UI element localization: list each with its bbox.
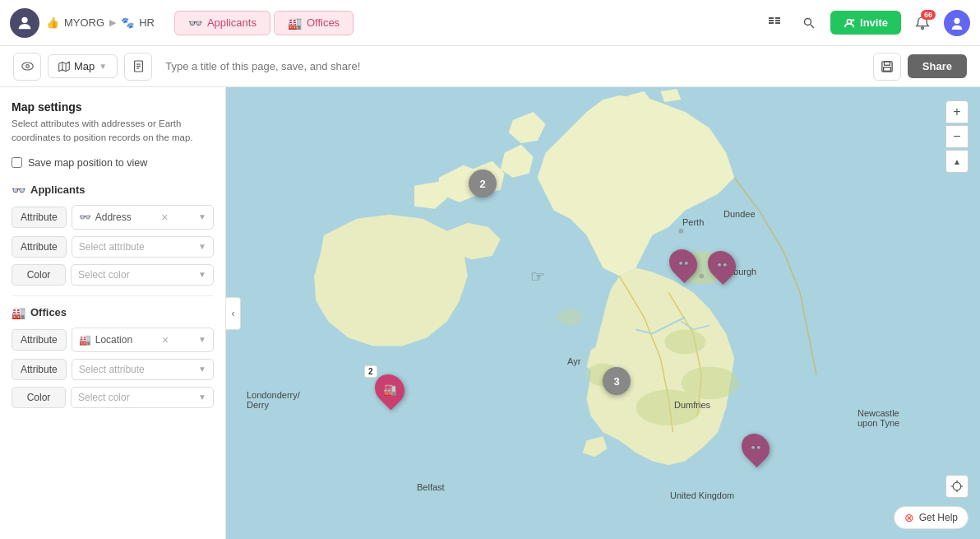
applicants-attr2-select[interactable]: Select attribute ▼ bbox=[72, 236, 214, 258]
svg-point-15 bbox=[25, 65, 29, 68]
cluster-marker-2[interactable]: 2 bbox=[469, 170, 497, 197]
applicants-color-placeholder: Select color bbox=[78, 269, 130, 281]
offices-attr1-chevron: ▼ bbox=[198, 335, 206, 344]
share-button[interactable]: Share bbox=[908, 54, 967, 78]
applicants-section-icon: 👓 bbox=[12, 184, 25, 197]
svg-line-8 bbox=[811, 25, 814, 28]
map-dropdown-button[interactable]: Map ▼ bbox=[48, 54, 118, 78]
view-button[interactable] bbox=[13, 53, 41, 81]
svg-rect-23 bbox=[884, 61, 890, 64]
offices-section-icon: 🏭 bbox=[12, 306, 25, 319]
offices-color-placeholder: Select color bbox=[78, 392, 130, 403]
offices-color-chevron: ▼ bbox=[198, 393, 206, 402]
offices-section-label: Offices bbox=[30, 306, 67, 318]
offices-attr1-value: 🏭 Location bbox=[79, 334, 132, 346]
invite-button[interactable]: Invite bbox=[830, 11, 901, 35]
svg-point-0 bbox=[21, 16, 27, 22]
svg-rect-24 bbox=[883, 67, 890, 70]
offices-color-select[interactable]: Select color ▼ bbox=[71, 387, 214, 408]
applicants-color-select[interactable]: Select color ▼ bbox=[71, 264, 214, 286]
search-icon-button[interactable] bbox=[796, 10, 822, 36]
help-icon: ⊗ bbox=[904, 511, 914, 524]
map-label: Map bbox=[74, 60, 95, 72]
cluster-count-2[interactable]: 2 bbox=[469, 170, 497, 197]
offices-attr1-remove[interactable]: × bbox=[158, 332, 173, 347]
svg-rect-5 bbox=[775, 20, 780, 21]
applicants-attr1-select[interactable]: 👓 Address × ▼ bbox=[72, 205, 214, 230]
save-icon-button[interactable] bbox=[873, 53, 901, 81]
applicants-color-label: Color bbox=[12, 264, 66, 286]
help-label: Get Help bbox=[919, 512, 958, 523]
map-dropdown-chevron: ▼ bbox=[99, 62, 107, 71]
applicants-pin-1[interactable]: 👓 bbox=[670, 249, 696, 278]
applicants-pin-2[interactable]: 👓 bbox=[709, 250, 735, 280]
page-title-input[interactable] bbox=[159, 55, 867, 77]
sidebar-collapse-button[interactable]: ‹ bbox=[226, 297, 241, 330]
map-area[interactable]: Perth Dundee Ayr Dumfries Newcastleupon … bbox=[226, 87, 980, 539]
save-position-checkbox[interactable] bbox=[12, 157, 22, 168]
help-button[interactable]: ⊗ Get Help bbox=[894, 506, 968, 529]
applicants-section-header: 👓 Applicants bbox=[12, 184, 214, 197]
svg-rect-2 bbox=[769, 20, 774, 21]
notification-button[interactable]: 66 bbox=[909, 10, 936, 36]
offices-attr2-row: Attribute Select attribute ▼ bbox=[12, 359, 214, 380]
zoom-out-button[interactable]: − bbox=[945, 125, 968, 148]
section-divider bbox=[12, 295, 214, 296]
locate-button[interactable] bbox=[945, 475, 968, 498]
sidebar: Map settings Select attributes with addr… bbox=[0, 87, 226, 539]
invite-label: Invite bbox=[860, 16, 888, 29]
nav-arrow: ▶ bbox=[109, 17, 116, 28]
save-position-row[interactable]: Save map position to view bbox=[12, 157, 214, 169]
svg-point-14 bbox=[21, 63, 33, 70]
offices-cluster-pin[interactable]: 2 🏭 bbox=[376, 374, 404, 405]
applicants-color-chevron: ▼ bbox=[198, 270, 206, 279]
applicants-pin-2-icon: 👓 bbox=[716, 259, 728, 271]
svg-point-34 bbox=[953, 482, 961, 490]
cluster-count-3[interactable]: 3 bbox=[603, 367, 631, 395]
applicants-attr2-label: Attribute bbox=[12, 236, 67, 258]
applicants-pin-1-icon: 👓 bbox=[677, 258, 690, 269]
main-avatar[interactable] bbox=[10, 8, 39, 38]
applicants-section-label: Applicants bbox=[30, 184, 85, 196]
svg-point-12 bbox=[922, 26, 924, 29]
svg-point-32 bbox=[678, 229, 683, 234]
sidebar-title: Map settings bbox=[12, 100, 214, 114]
applicants-attr1-row: Attribute 👓 Address × ▼ bbox=[12, 205, 214, 230]
offices-attr1-row: Attribute 🏭 Location × ▼ bbox=[12, 328, 214, 352]
zoom-in-button[interactable]: + bbox=[945, 100, 968, 123]
section-label[interactable]: HR bbox=[139, 16, 155, 29]
user-avatar[interactable] bbox=[944, 10, 970, 36]
secondary-toolbar: Map ▼ Share bbox=[0, 46, 980, 87]
reset-north-button[interactable]: ▲ bbox=[945, 150, 968, 173]
tab-offices[interactable]: 🏭 Offices bbox=[274, 11, 354, 35]
svg-point-7 bbox=[805, 18, 811, 25]
grid-icon-button[interactable] bbox=[761, 10, 788, 36]
svg-rect-4 bbox=[775, 17, 780, 19]
applicants-attr2-chevron: ▼ bbox=[198, 242, 206, 251]
applicants-tab-icon: 👓 bbox=[188, 16, 202, 30]
main-content: Map settings Select attributes with addr… bbox=[0, 87, 980, 539]
sidebar-desc: Select attributes with addresses or Eart… bbox=[12, 117, 214, 146]
tab-applicants-label: Applicants bbox=[207, 16, 257, 29]
applicants-attr1-label: Attribute bbox=[12, 207, 67, 228]
applicants-attr1-value: 👓 Address bbox=[79, 211, 132, 223]
applicants-attr2-placeholder: Select attribute bbox=[79, 241, 145, 253]
org-nav: 👍 MYORG ▶ 🐾 HR bbox=[46, 16, 155, 29]
applicants-pin-3[interactable]: 👓 bbox=[742, 433, 769, 462]
svg-point-27 bbox=[664, 329, 705, 354]
offices-color-label: Color bbox=[12, 387, 66, 408]
notif-badge: 66 bbox=[921, 10, 936, 20]
offices-attr1-select[interactable]: 🏭 Location × ▼ bbox=[72, 328, 214, 352]
document-button[interactable] bbox=[124, 53, 152, 81]
offices-attr1-icon: 🏭 bbox=[79, 334, 91, 346]
org-label[interactable]: MYORG bbox=[64, 16, 104, 29]
tab-applicants[interactable]: 👓 Applicants bbox=[174, 11, 270, 35]
applicants-attr1-remove[interactable]: × bbox=[157, 210, 172, 225]
section-icon: 🐾 bbox=[121, 16, 134, 29]
applicants-pin-3-icon: 👓 bbox=[750, 442, 762, 453]
topbar-right: Invite 66 bbox=[761, 10, 970, 36]
cluster-marker-3[interactable]: 3 bbox=[603, 367, 631, 395]
offices-attr2-select[interactable]: Select attribute ▼ bbox=[72, 359, 214, 380]
tab-area: 👓 Applicants 🏭 Offices bbox=[174, 11, 354, 35]
svg-point-13 bbox=[954, 17, 959, 23]
